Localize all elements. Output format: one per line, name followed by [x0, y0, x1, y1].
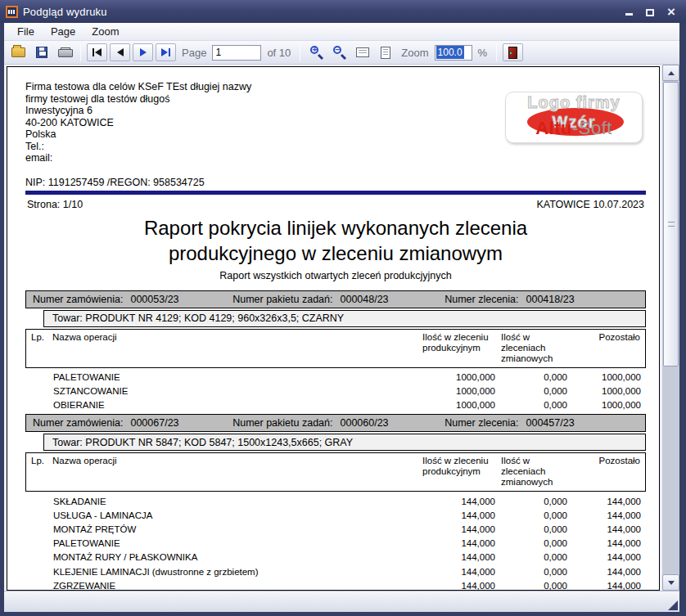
col-qty-prod: Ilość w zleceniu produkcyjnym [416, 456, 494, 488]
package-no-value: 000048/23 [340, 294, 388, 305]
fit-width-button[interactable] [352, 43, 372, 61]
qty-prod-value: 144,000 [417, 552, 495, 562]
window-body: FilePageZoom Page of 10 + [4, 23, 679, 612]
qty-shift-value: 0,000 [495, 497, 567, 506]
order-header-bar: Numer zamówienia:000053/23 Numer pakietu… [25, 290, 646, 308]
table-row: MONTAŻ RURY / PŁASKOWNIKA 144,000 0,000 … [25, 551, 646, 564]
go-next-icon [140, 48, 147, 56]
col-name: Nazwa operacji [52, 456, 416, 488]
exit-button[interactable] [503, 43, 523, 61]
next-page-button[interactable] [133, 43, 153, 61]
toolbar-separator [80, 44, 81, 61]
zoom-value-selected-text: 100.0 [436, 46, 464, 59]
col-name: Nazwa operacji [52, 332, 416, 364]
place-date: KATOWICE 10.07.2023 [536, 199, 644, 210]
col-remaining: Pozostało [566, 456, 640, 488]
remaining-value: 144,000 [567, 524, 641, 534]
order-no-value: 000067/23 [130, 417, 178, 429]
qty-shift-value: 0,000 [495, 581, 567, 591]
nip-regon-line: NIP: 1191257459 /REGON: 958534725 [25, 177, 646, 188]
order-section: Numer zamówienia:000067/23 Numer pakietu… [25, 414, 646, 591]
remaining-value: 144,000 [567, 581, 641, 591]
operation-name: MONTAŻ PRĘTÓW [52, 524, 417, 534]
towar-bar: Towar: PRODUKT NR 4129; KOD 4129; 960x32… [43, 310, 646, 327]
go-previous-icon [117, 48, 124, 56]
qty-shift-value: 0,000 [495, 538, 567, 548]
previous-page-button[interactable] [110, 43, 130, 61]
menu-item[interactable]: Page [43, 24, 83, 40]
col-qty-shift: Ilość w zleceniach zmianowych [494, 456, 566, 488]
table-row: PALETOWANIE 144,000 0,000 144,000 [25, 537, 646, 551]
zlecenie-no-value: 000418/23 [526, 294, 575, 305]
scroll-up-button[interactable] [662, 65, 679, 81]
minimize-icon [625, 13, 633, 16]
maximize-button[interactable] [644, 6, 656, 17]
menu-item[interactable]: Zoom [83, 24, 127, 40]
zoom-out-button[interactable]: − [329, 43, 350, 61]
package-no-label: Numer pakietu zadań: [232, 417, 332, 429]
remaining-value: 144,000 [567, 538, 641, 548]
arrow-down-icon [668, 581, 675, 585]
table-row: ZGRZEWANIE 144,000 0,000 144,000 [25, 578, 646, 591]
print-preview-window: Podgląd wydruku × FilePageZoom [0, 0, 686, 616]
close-button[interactable]: × [666, 6, 677, 17]
menu-item[interactable]: File [9, 24, 43, 40]
vertical-scrollbar[interactable] [662, 65, 679, 591]
minimize-button[interactable] [623, 6, 634, 17]
operation-name: ZGRZEWANIE [52, 581, 417, 591]
save-button[interactable] [31, 43, 52, 61]
qty-prod-value: 144,000 [417, 497, 495, 506]
arrow-up-icon [668, 71, 675, 75]
operation-name: KLEJENIE LAMINACJI (dwustronne z grzbiet… [52, 567, 417, 577]
qty-prod-value: 1000,000 [417, 372, 495, 382]
toolbar-separator [496, 44, 497, 61]
remaining-value: 144,000 [567, 497, 641, 506]
zoom-label: Zoom [398, 47, 431, 59]
whole-page-button[interactable] [375, 43, 395, 61]
exit-door-icon [508, 47, 517, 59]
print-button[interactable] [54, 43, 74, 61]
table-row: SZTANCOWANIE 1000,000 0,000 1000,000 [25, 384, 646, 398]
logo-brand-gray: -Soft [572, 118, 612, 138]
maximize-icon [646, 9, 654, 16]
titlebar[interactable]: Podgląd wydruku × [0, 0, 686, 23]
zoom-in-button[interactable]: + [306, 43, 327, 61]
qty-shift-value: 0,000 [495, 552, 567, 562]
table-row: PALETOWANIE 1000,000 0,000 1000,000 [25, 371, 646, 384]
col-remaining: Pozostało [566, 332, 640, 364]
qty-shift-value: 0,000 [495, 386, 567, 396]
package-no-value: 000060/23 [340, 417, 388, 429]
qty-shift-value: 0,000 [495, 567, 567, 577]
col-lp: Lp. [31, 456, 52, 488]
remaining-value: 1000,000 [567, 400, 641, 410]
page-number-input[interactable] [212, 45, 261, 61]
table-row: USŁUGA - LAMINACJA 144,000 0,000 144,000 [25, 508, 646, 522]
resize-grip[interactable] [668, 600, 678, 610]
zlecenie-no-label: Numer zlecenia: [445, 417, 518, 429]
qty-prod-value: 1000,000 [417, 386, 495, 396]
order-header-bar: Numer zamówienia:000067/23 Numer pakietu… [25, 414, 646, 432]
table-header-row: Lp. Nazwa operacji Ilość w zleceniu prod… [25, 452, 646, 492]
order-no-label: Numer zamówienia: [33, 294, 123, 305]
report-title: Raport pokrycia linijek wykonanych zlece… [25, 215, 646, 266]
window-title: Podgląd wydruku [23, 6, 107, 18]
portrait-page-icon [381, 47, 390, 59]
last-page-button[interactable] [156, 43, 176, 61]
percent-label: % [475, 47, 491, 59]
remaining-value: 144,000 [567, 510, 641, 520]
zoom-value-input[interactable]: 100.0 [435, 45, 472, 61]
open-button[interactable] [8, 43, 29, 61]
qty-prod-value: 144,000 [417, 581, 495, 591]
first-page-button[interactable] [87, 43, 107, 61]
scroll-down-button[interactable] [662, 574, 679, 591]
toolbar-separator [300, 44, 300, 61]
landscape-page-icon [356, 47, 369, 57]
scrollbar-thumb[interactable] [663, 82, 679, 366]
col-qty-shift: Ilość w zleceniach zmianowych [494, 332, 566, 364]
header-rule [25, 191, 646, 195]
company-logo: Logo firmy Wzór Altu-Soft [505, 92, 643, 143]
menubar: FilePageZoom [4, 23, 679, 41]
table-row: OBIERANIE 1000,000 0,000 1000,000 [25, 398, 646, 412]
operation-name: SKŁADANIE [52, 497, 417, 506]
report-subtitle: Raport wszystkich otwartych zleceń produ… [25, 270, 646, 281]
